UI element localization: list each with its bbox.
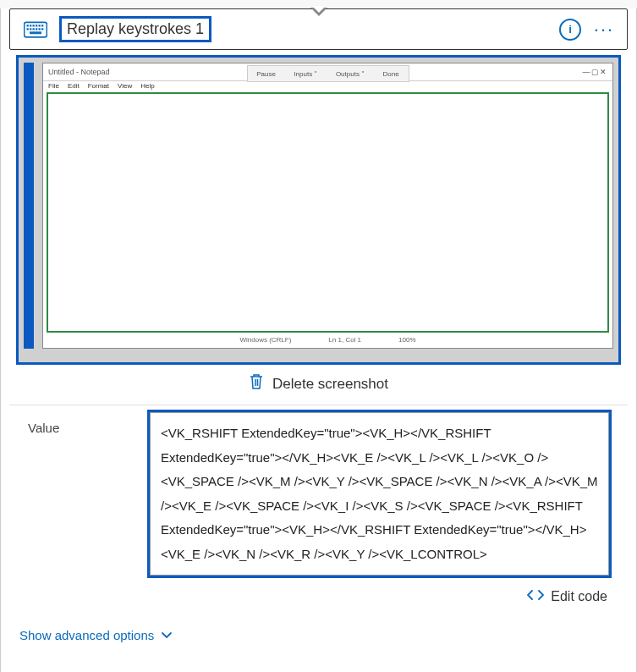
action-title[interactable]: Replay keystrokes 1 — [59, 16, 211, 42]
screenshot-statusbar: Windows (CRLF) Ln 1, Col 1 100% — [48, 336, 607, 346]
screenshot-target-area — [47, 92, 609, 333]
chevron-down-icon — [161, 628, 173, 642]
screenshot-preview[interactable]: Untitled - Notepad —▢✕ File Edit Format … — [16, 55, 621, 365]
advanced-options-label: Show advanced options — [19, 628, 154, 642]
cursor-icon: ↖ — [109, 355, 126, 365]
svg-rect-10 — [36, 28, 37, 30]
info-icon: i — [559, 19, 581, 41]
code-icon — [527, 589, 544, 604]
window-controls: —▢✕ — [582, 68, 607, 76]
edit-code-button[interactable]: Edit code — [1, 576, 636, 604]
show-advanced-options[interactable]: Show advanced options — [19, 628, 173, 642]
screenshot-window-title: Untitled - Notepad — [48, 68, 110, 76]
screenshot-window: Untitled - Notepad —▢✕ File Edit Format … — [42, 63, 613, 349]
more-button[interactable]: ··· — [591, 17, 617, 42]
svg-rect-1 — [27, 25, 29, 26]
svg-rect-8 — [30, 28, 31, 30]
delete-screenshot-label: Delete screenshot — [272, 376, 388, 393]
delete-screenshot-button[interactable]: Delete screenshot — [1, 373, 636, 394]
svg-rect-13 — [30, 31, 41, 34]
value-label: Value — [28, 412, 129, 435]
keyboard-icon — [20, 19, 51, 41]
trash-icon — [249, 373, 264, 394]
info-button[interactable]: i — [557, 17, 583, 42]
svg-rect-9 — [33, 28, 35, 30]
svg-rect-3 — [33, 25, 35, 26]
svg-rect-6 — [41, 25, 43, 26]
svg-rect-12 — [41, 28, 43, 30]
svg-rect-11 — [39, 28, 41, 30]
svg-rect-2 — [30, 25, 31, 26]
svg-rect-7 — [27, 28, 29, 30]
value-input[interactable]: <VK_RSHIFT ExtendedKey="true"><VK_H></VK… — [150, 412, 609, 576]
recorder-toolbar: Pause Inputs ˅ Outputs ˅ Done — [247, 65, 409, 82]
svg-rect-5 — [39, 25, 41, 26]
edit-code-label: Edit code — [551, 589, 607, 604]
screenshot-sidebar — [24, 63, 34, 349]
svg-rect-4 — [36, 25, 37, 26]
screenshot-menubar: File Edit Format View Help — [43, 81, 612, 91]
